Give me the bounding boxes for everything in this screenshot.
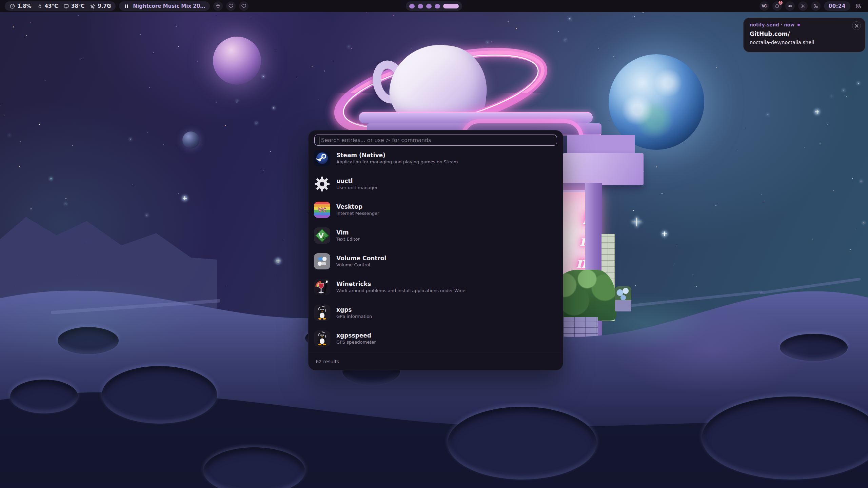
app-icon-penguin bbox=[314, 330, 330, 347]
media-player-pill[interactable]: Nightcore Music Mix 20… bbox=[119, 1, 210, 11]
memory-value: 9.7G bbox=[98, 3, 111, 9]
notification-body: noctalia-dev/noctalia.shell bbox=[750, 40, 860, 45]
app-icon-gear bbox=[314, 176, 330, 192]
result-title: Volume Control bbox=[336, 255, 386, 262]
workspace-dot[interactable] bbox=[426, 4, 432, 8]
brightness-button[interactable] bbox=[798, 1, 808, 11]
display-icon bbox=[63, 3, 69, 9]
cpu-temp: 43°C bbox=[37, 3, 58, 9]
result-subtitle: Volume Control bbox=[336, 263, 386, 267]
app-icon-winetricks bbox=[314, 279, 330, 295]
results-count: 62 results bbox=[316, 359, 339, 364]
notification-title: GitHub.com/ bbox=[750, 30, 860, 37]
result-subtitle: User unit manager bbox=[336, 185, 378, 190]
heart-icon bbox=[228, 3, 234, 9]
workspace-pill-active[interactable] bbox=[443, 4, 459, 8]
result-title: uuctl bbox=[336, 178, 378, 184]
desktop: h n ns bbox=[0, 0, 868, 488]
launcher-footer: 62 results bbox=[309, 354, 563, 370]
crater bbox=[10, 380, 78, 413]
results-list: Steam (Native) Application for managing … bbox=[309, 148, 563, 354]
result-title: Steam (Native) bbox=[336, 152, 458, 159]
close-icon bbox=[855, 24, 859, 28]
notification-close-button[interactable] bbox=[852, 21, 861, 30]
top-bar: 1.8% 43°C 38°C 9.7G bbox=[0, 0, 868, 12]
search-input[interactable]: Search entries... or use > for commands bbox=[314, 135, 557, 146]
notification-badge: 2 bbox=[778, 0, 783, 5]
app-icon-vim: Vim bbox=[314, 227, 330, 244]
result-title: Vim bbox=[336, 229, 360, 236]
launcher-result-row[interactable]: VC Vesktop Internet Messenger bbox=[314, 199, 557, 220]
moon-slash-icon bbox=[813, 3, 818, 9]
flame-icon bbox=[37, 3, 43, 9]
crater bbox=[102, 366, 217, 424]
media-title: Nightcore Music Mix 20… bbox=[133, 3, 205, 9]
result-subtitle: Work around problems and install applica… bbox=[336, 288, 465, 293]
crater bbox=[448, 407, 597, 480]
notifications-button[interactable]: 2 bbox=[772, 1, 782, 11]
result-subtitle: GPS speedometer bbox=[336, 340, 376, 345]
crater bbox=[58, 327, 119, 354]
launcher-result-row[interactable]: uuctl User unit manager bbox=[314, 174, 557, 195]
result-title: xgpsspeed bbox=[336, 332, 376, 339]
memory-usage: 9.7G bbox=[90, 3, 111, 9]
volume-button[interactable] bbox=[785, 1, 795, 11]
gauge-icon bbox=[9, 3, 15, 9]
launcher-result-row[interactable]: Vim Vim Text Editor bbox=[314, 225, 557, 246]
workspace-dot[interactable] bbox=[435, 4, 440, 8]
cpu-temp-value: 43°C bbox=[45, 3, 58, 9]
notification-header: notify-send · now bbox=[750, 22, 860, 27]
gpu-temp-value: 38°C bbox=[71, 3, 84, 9]
sun-icon bbox=[800, 3, 806, 9]
heart-icon bbox=[241, 3, 246, 9]
night-light-button[interactable] bbox=[811, 1, 821, 11]
system-stats-pill[interactable]: 1.8% 43°C 38°C 9.7G bbox=[5, 1, 116, 11]
skull-icon bbox=[215, 3, 221, 9]
search-placeholder: Search entries... or use > for commands bbox=[321, 137, 431, 143]
svg-text:im: im bbox=[323, 236, 328, 240]
launcher-result-row[interactable]: Winetricks Work around problems and inst… bbox=[314, 277, 557, 298]
clock[interactable]: 00:24 bbox=[824, 1, 850, 11]
svg-text:VC: VC bbox=[318, 207, 326, 213]
launcher-result-row[interactable]: Volume Control Volume Control bbox=[314, 251, 557, 272]
workspace-dot[interactable] bbox=[409, 4, 415, 8]
result-subtitle: Internet Messenger bbox=[336, 211, 379, 216]
gpu-temp: 38°C bbox=[63, 3, 84, 9]
clock-value: 00:24 bbox=[829, 3, 846, 9]
result-subtitle: GPS information bbox=[336, 314, 372, 319]
heart-button-2[interactable] bbox=[239, 1, 249, 11]
vencord-logo: VC bbox=[762, 4, 767, 8]
workspace-dot[interactable] bbox=[418, 4, 423, 8]
heart-button-1[interactable] bbox=[226, 1, 236, 11]
workspace-indicator[interactable] bbox=[406, 1, 462, 11]
tray-icon-vesktop[interactable]: VC bbox=[760, 1, 769, 11]
result-title: Winetricks bbox=[336, 281, 465, 287]
result-subtitle: Text Editor bbox=[336, 237, 360, 242]
app-launcher-panel: Search entries... or use > for commands … bbox=[308, 130, 563, 370]
text-caret bbox=[319, 137, 319, 144]
notification-card[interactable]: notify-send · now GitHub.com/ noctalia-d… bbox=[743, 18, 865, 52]
app-icon-penguin bbox=[314, 305, 330, 321]
launcher-result-row[interactable]: xgpsspeed GPS speedometer bbox=[314, 328, 557, 349]
cpu-usage-value: 1.8% bbox=[17, 3, 32, 9]
notification-source: notify-send · now bbox=[750, 22, 795, 27]
crater bbox=[780, 334, 848, 361]
app-icon-volume bbox=[314, 253, 330, 269]
app-dashboard-button[interactable] bbox=[854, 1, 863, 11]
launcher-result-row[interactable]: Steam (Native) Application for managing … bbox=[314, 148, 557, 169]
app-icon-steam bbox=[314, 150, 330, 166]
cpu-usage: 1.8% bbox=[9, 3, 32, 9]
result-subtitle: Application for managing and playing gam… bbox=[336, 160, 458, 164]
app-icon-vesktop: VC bbox=[314, 202, 330, 218]
widgets-plus-icon bbox=[856, 3, 861, 9]
skull-button[interactable] bbox=[213, 1, 223, 11]
result-title: xgps bbox=[336, 307, 372, 313]
speaker-icon bbox=[787, 3, 793, 9]
pause-icon bbox=[124, 3, 130, 9]
unread-dot bbox=[797, 24, 800, 26]
launcher-result-row[interactable]: xgps GPS information bbox=[314, 302, 557, 323]
chip-icon bbox=[90, 3, 96, 9]
result-title: Vesktop bbox=[336, 204, 379, 210]
